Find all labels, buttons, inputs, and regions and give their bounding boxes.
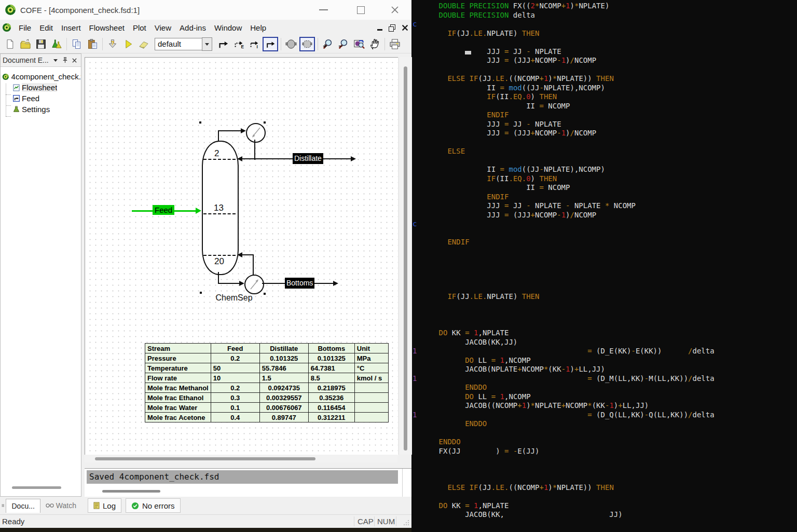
title-bar: COFE - [4component_check.fsd:1] <box>0 0 411 20</box>
table-cell: 0.0924735 <box>259 383 308 393</box>
zoom-in-button[interactable] <box>321 37 335 51</box>
new-document-button[interactable] <box>3 37 17 51</box>
selection-handle[interactable] <box>199 121 201 124</box>
note-icon <box>93 502 100 509</box>
mdi-close-button[interactable] <box>402 24 408 31</box>
table-cell: 0.101325 <box>259 353 308 363</box>
zoom-extents-button[interactable] <box>352 37 366 51</box>
code-line: JJJ = (JJJ+NCOMP-1)/NCOMP <box>413 56 797 65</box>
info-stream-button[interactable]: I <box>247 37 262 51</box>
menu-addins[interactable]: Add-ins <box>175 21 210 34</box>
insert-stream-button[interactable] <box>263 37 278 51</box>
tab-document-explorer[interactable]: Docu... <box>6 499 40 513</box>
code-line: 1 = (D_M(LL,KK)-M(LL,KK))/delta <box>413 374 797 384</box>
unit-operation-button[interactable] <box>284 37 298 51</box>
hand-icon <box>369 38 380 50</box>
splitter[interactable] <box>81 462 411 468</box>
preset-combobox[interactable]: default <box>155 37 212 51</box>
flowsheet-canvas[interactable]: 2 13 20 Distillate <box>85 57 398 455</box>
unit-label[interactable]: ChemSep <box>213 293 255 303</box>
code-line <box>413 302 797 311</box>
chevron-down-icon[interactable] <box>53 59 58 62</box>
panel-hscrollbar-thumb[interactable] <box>12 486 61 489</box>
feed-label[interactable]: Feed <box>153 205 174 215</box>
no-errors-badge[interactable]: No errors <box>126 498 181 513</box>
copy-button[interactable] <box>70 37 84 51</box>
tree-root[interactable]: 4component_check.f <box>1 71 81 82</box>
eraser-button[interactable] <box>136 37 151 51</box>
menu-file[interactable]: File <box>15 21 35 34</box>
bottoms-label[interactable]: Bottoms <box>285 278 314 289</box>
zoom-in-icon <box>322 38 334 50</box>
tree-item-feed[interactable]: Feed <box>1 93 81 104</box>
badge-label: No errors <box>142 501 175 510</box>
code-line: DOUBLE PRECISION delta <box>413 11 797 20</box>
condenser[interactable] <box>246 123 266 143</box>
tab-log[interactable]: Log <box>88 498 121 513</box>
code-line: IF(II.EQ.0) THEN <box>413 92 797 102</box>
selection-handle[interactable] <box>200 292 202 294</box>
tab-watch[interactable]: Watch <box>40 499 81 512</box>
flowsheet-hscrollbar[interactable] <box>85 455 397 462</box>
preset-value[interactable]: default <box>155 38 202 50</box>
code-line: ELSE <box>413 147 797 156</box>
resize-grip[interactable] <box>403 519 410 526</box>
components-button[interactable] <box>49 37 64 51</box>
code-line: JJJ = JJ - NPLATE <box>413 120 797 129</box>
unit-operation-icon <box>285 39 297 49</box>
preset-dropdown-button[interactable] <box>202 37 212 51</box>
menu-insert[interactable]: Insert <box>57 21 85 34</box>
stream-tool-button[interactable] <box>216 37 230 51</box>
menu-flowsheet[interactable]: Flowsheet <box>85 21 129 34</box>
log-hscrollbar-thumb[interactable] <box>102 490 160 493</box>
close-icon[interactable] <box>72 58 77 63</box>
close-button[interactable] <box>383 0 407 20</box>
run-button[interactable] <box>121 37 135 51</box>
mdi-minimize-button[interactable] <box>377 29 382 31</box>
code-line: ENDIF <box>413 111 797 120</box>
pin-icon[interactable] <box>62 57 68 63</box>
import-button[interactable]: ? <box>105 37 120 51</box>
pipe-column-to-reboiler <box>218 272 219 283</box>
check-circle-icon <box>131 502 139 510</box>
printer-icon <box>389 39 401 49</box>
document-explorer-header[interactable]: Document E... <box>1 54 81 67</box>
code-line: II = NCOMP <box>413 102 797 111</box>
print-button[interactable] <box>388 37 402 51</box>
menu-plot[interactable]: Plot <box>129 21 150 34</box>
pan-button[interactable] <box>367 37 382 51</box>
selection-handle[interactable] <box>264 293 266 295</box>
table-cell: Pressure <box>145 353 211 363</box>
code-line <box>413 283 797 293</box>
minimize-button[interactable] <box>311 0 335 20</box>
log-panel[interactable]: Saved 4component_check.fsd <box>85 468 411 497</box>
menu-help[interactable]: Help <box>246 21 270 34</box>
open-button[interactable] <box>18 37 33 51</box>
distillate-label[interactable]: Distillate <box>293 153 323 164</box>
code-pane[interactable]: DOUBLE PRECISION FX((2*NCOMP+1)*NPLATE) … <box>413 0 797 532</box>
code-line: 1 = (D_E(KK)-E(KK)) /delta <box>413 347 797 356</box>
mdi-restore-button[interactable] <box>389 24 395 31</box>
menu-view[interactable]: View <box>150 21 175 34</box>
selection-handle[interactable] <box>264 121 266 124</box>
stage-label-bottom: 20 <box>214 256 224 267</box>
flowsheet-vscrollbar-thumb[interactable] <box>404 66 407 451</box>
flowsheet-vscrollbar[interactable] <box>398 57 412 455</box>
tree-item-settings[interactable]: Settings <box>1 104 81 115</box>
flowsheet-hscrollbar-thumb[interactable] <box>95 457 315 460</box>
reboiler[interactable] <box>244 275 264 294</box>
menu-window[interactable]: Window <box>210 21 246 34</box>
code-line: JACOB(KK, JJ) <box>413 510 797 520</box>
energy-stream-button[interactable]: E <box>231 37 246 51</box>
menu-edit[interactable]: Edit <box>35 21 57 34</box>
tree-guide <box>6 105 11 106</box>
table-header-bottoms: Bottoms <box>308 344 354 353</box>
save-button[interactable] <box>34 37 48 51</box>
tree-item-flowsheet[interactable]: Flowsheet <box>1 82 81 93</box>
tree-item-label: Settings <box>22 105 50 114</box>
tree-item-label: Feed <box>22 94 39 103</box>
insert-unit-operation-button[interactable] <box>299 37 315 51</box>
paste-button[interactable] <box>85 37 100 51</box>
zoom-out-button[interactable] <box>336 37 351 51</box>
maximize-button[interactable] <box>349 0 373 20</box>
